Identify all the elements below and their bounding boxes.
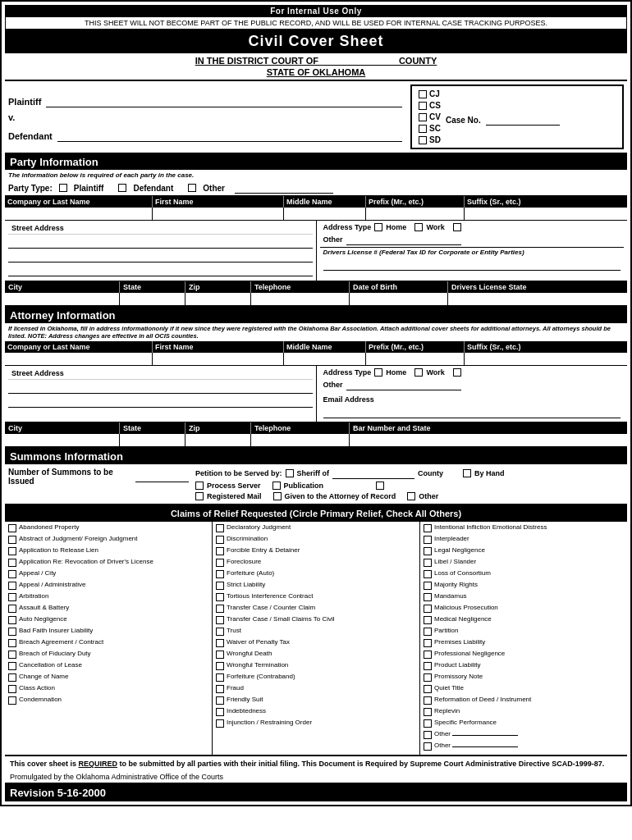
cb-transfer-counter[interactable] [216, 605, 224, 613]
cb-promissory[interactable] [424, 673, 432, 682]
cb-appeal-admin[interactable] [8, 582, 16, 590]
cb-strict-liability[interactable] [216, 582, 224, 590]
cb-assault[interactable] [8, 605, 16, 613]
cb-bad-faith[interactable] [8, 628, 16, 636]
other-addr-input-atty[interactable] [346, 379, 461, 390]
cb-intentional[interactable] [424, 524, 432, 532]
cb-mandamus[interactable] [424, 593, 432, 601]
other-serve-checkbox[interactable] [407, 492, 415, 500]
cb-cancellation[interactable] [8, 662, 16, 670]
cb-premises[interactable] [424, 639, 432, 647]
cb-foreclosure[interactable] [216, 559, 224, 567]
cb-appeal-city[interactable] [8, 570, 16, 578]
cb-wrongful-death[interactable] [216, 651, 224, 659]
cb-abandoned[interactable] [8, 524, 16, 532]
cb-class-action[interactable] [8, 685, 16, 693]
other-addr-checkbox-party[interactable] [453, 223, 461, 231]
cb-friendly-suit[interactable] [216, 696, 224, 705]
atty-prefix-input[interactable] [366, 353, 465, 365]
other-addr-checkbox-atty[interactable] [453, 368, 461, 377]
cb-loss-consortium[interactable] [424, 570, 432, 578]
company-input[interactable] [5, 208, 153, 220]
by-hand-checkbox[interactable] [463, 469, 471, 477]
drivers-state-input-party[interactable] [448, 293, 627, 305]
home-checkbox-atty[interactable] [374, 368, 382, 377]
cb-trust[interactable] [216, 628, 224, 636]
cb-discrimination[interactable] [216, 536, 224, 544]
sd-checkbox[interactable] [419, 136, 427, 144]
cv-checkbox[interactable] [419, 113, 427, 121]
defendant-type-checkbox[interactable] [118, 184, 126, 192]
telephone-input-party[interactable] [251, 293, 350, 305]
by-hand-checkbox2[interactable] [376, 482, 384, 490]
cb-tortious[interactable] [216, 593, 224, 601]
home-checkbox-party[interactable] [374, 223, 382, 231]
cb-other-2[interactable] [424, 742, 432, 751]
cb-legal-neg[interactable] [424, 547, 432, 555]
cb-medical-neg[interactable] [424, 616, 432, 624]
cb-reformation[interactable] [424, 696, 432, 705]
work-checkbox-party[interactable] [414, 223, 423, 231]
cs-checkbox[interactable] [419, 102, 427, 110]
cb-auto-neg[interactable] [8, 616, 16, 624]
zip-input-atty[interactable] [185, 434, 251, 446]
number-summons-input[interactable] [135, 471, 189, 482]
city-input-atty[interactable] [5, 434, 120, 446]
atty-suffix-input[interactable] [465, 353, 627, 365]
cb-libel[interactable] [424, 559, 432, 567]
cb-indebtedness[interactable] [216, 708, 224, 716]
first-name-input[interactable] [153, 208, 284, 220]
sheriff-county-input[interactable] [332, 468, 414, 479]
cb-abstract[interactable] [8, 536, 16, 544]
cb-replevin[interactable] [424, 708, 432, 716]
zip-input-party[interactable] [185, 293, 251, 305]
bar-number-input-atty[interactable] [350, 434, 627, 446]
prefix-input[interactable] [366, 208, 465, 220]
street-input-3-party[interactable] [8, 265, 313, 276]
cb-majority[interactable] [424, 582, 432, 590]
cb-condemnation[interactable] [8, 696, 16, 705]
atty-company-input[interactable] [5, 353, 153, 365]
drivers-input-party[interactable] [323, 259, 621, 271]
cb-app-revocation[interactable] [8, 559, 16, 567]
cb-specific-perf[interactable] [424, 719, 432, 728]
state-input-party[interactable] [120, 293, 185, 305]
atty-first-name-input[interactable] [153, 353, 284, 365]
middle-name-input[interactable] [284, 208, 366, 220]
cb-injunction[interactable] [216, 719, 224, 728]
cb-waiver[interactable] [216, 639, 224, 647]
cb-change-name[interactable] [8, 673, 16, 682]
cb-professional-neg[interactable] [424, 651, 432, 659]
cb-forfeiture-auto[interactable] [216, 570, 224, 578]
cb-wrongful-termination[interactable] [216, 662, 224, 670]
other-addr-input-party[interactable] [346, 234, 461, 245]
sheriff-checkbox[interactable] [286, 469, 294, 477]
registered-mail-checkbox[interactable] [195, 492, 204, 500]
atty-middle-name-input[interactable] [284, 353, 366, 365]
cb-product[interactable] [424, 662, 432, 670]
cb-partition[interactable] [424, 628, 432, 636]
atty-street-input-2[interactable] [8, 396, 313, 408]
suffix-input[interactable] [465, 208, 627, 220]
city-input-party[interactable] [5, 293, 120, 305]
work-checkbox-atty[interactable] [414, 368, 423, 377]
cb-malicious[interactable] [424, 605, 432, 613]
cb-forcible[interactable] [216, 547, 224, 555]
telephone-input-atty[interactable] [251, 434, 350, 446]
cb-fraud[interactable] [216, 685, 224, 693]
cb-transfer-small[interactable] [216, 616, 224, 624]
other-type-checkbox[interactable] [188, 184, 196, 192]
atty-street-input-1[interactable] [8, 382, 313, 394]
email-input[interactable] [323, 407, 621, 418]
plaintiff-type-checkbox[interactable] [59, 184, 67, 192]
cb-breach-fiduciary[interactable] [8, 651, 16, 659]
cb-other-1[interactable] [424, 731, 432, 739]
cb-declaratory[interactable] [216, 524, 224, 532]
state-input-atty[interactable] [120, 434, 185, 446]
cb-app-release[interactable] [8, 547, 16, 555]
cb-breach-contract[interactable] [8, 639, 16, 647]
cb-quiet-title[interactable] [424, 685, 432, 693]
given-attorney-checkbox[interactable] [273, 492, 282, 500]
sc-checkbox[interactable] [419, 125, 427, 133]
cb-forfeiture-contraband[interactable] [216, 673, 224, 682]
